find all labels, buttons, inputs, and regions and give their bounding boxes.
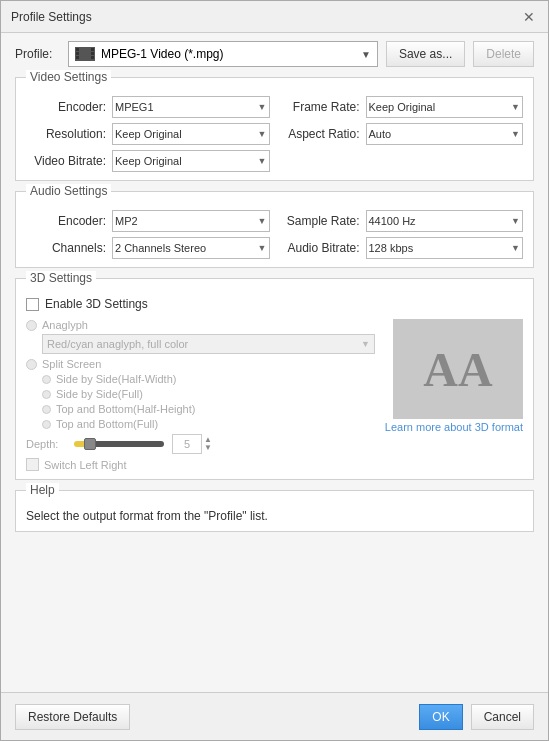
top-bottom-full-radio[interactable] bbox=[42, 420, 51, 429]
sample-rate-arrow: ▼ bbox=[511, 216, 520, 226]
sample-rate-value: 44100 Hz bbox=[369, 215, 416, 227]
split-screen-row: Split Screen bbox=[26, 358, 375, 370]
profile-select-value: MPEG-1 Video (*.mpg) bbox=[101, 47, 224, 61]
channels-arrow: ▼ bbox=[258, 243, 267, 253]
audio-bitrate-arrow: ▼ bbox=[511, 243, 520, 253]
svg-rect-4 bbox=[91, 48, 94, 51]
top-bottom-half-row: Top and Bottom(Half-Height) bbox=[42, 403, 375, 415]
frame-rate-value: Keep Original bbox=[369, 101, 436, 113]
ok-button[interactable]: OK bbox=[419, 704, 462, 730]
anaglyph-select: Red/cyan anaglyph, full color ▼ bbox=[42, 334, 375, 354]
resolution-row: Resolution: Keep Original ▼ bbox=[26, 123, 270, 145]
side-full-label: Side by Side(Full) bbox=[56, 388, 143, 400]
frame-rate-label: Frame Rate: bbox=[280, 100, 360, 114]
side-full-radio[interactable] bbox=[42, 390, 51, 399]
video-bitrate-arrow: ▼ bbox=[258, 156, 267, 166]
audio-bitrate-row: Audio Bitrate: 128 kbps ▼ bbox=[280, 237, 524, 259]
side-half-label: Side by Side(Half-Width) bbox=[56, 373, 176, 385]
enable-3d-label: Enable 3D Settings bbox=[45, 297, 148, 311]
channels-value: 2 Channels Stereo bbox=[115, 242, 206, 254]
channels-select[interactable]: 2 Channels Stereo ▼ bbox=[112, 237, 270, 259]
profile-label: Profile: bbox=[15, 47, 60, 61]
profile-row: Profile: MPEG-1 Video bbox=[15, 41, 534, 67]
frame-rate-arrow: ▼ bbox=[511, 102, 520, 112]
depth-spinner: ▲ ▼ bbox=[204, 436, 212, 452]
resolution-arrow: ▼ bbox=[258, 129, 267, 139]
audio-left-col: Encoder: MP2 ▼ Channels: 2 Channels Ster… bbox=[26, 210, 270, 259]
split-screen-radio[interactable] bbox=[26, 359, 37, 370]
sample-rate-select[interactable]: 44100 Hz ▼ bbox=[366, 210, 524, 232]
audio-encoder-value: MP2 bbox=[115, 215, 138, 227]
encoder-arrow: ▼ bbox=[258, 102, 267, 112]
encoder-row: Encoder: MPEG1 ▼ bbox=[26, 96, 270, 118]
channels-label: Channels: bbox=[26, 241, 106, 255]
profile-select[interactable]: MPEG-1 Video (*.mpg) ▼ bbox=[68, 41, 378, 67]
3d-settings-section: 3D Settings Enable 3D Settings Anaglyph … bbox=[15, 278, 534, 480]
cancel-button[interactable]: Cancel bbox=[471, 704, 534, 730]
side-half-radio[interactable] bbox=[42, 375, 51, 384]
delete-button[interactable]: Delete bbox=[473, 41, 534, 67]
depth-input[interactable] bbox=[172, 434, 202, 454]
anaglyph-radio[interactable] bbox=[26, 320, 37, 331]
aspect-ratio-row: Aspect Ratio: Auto ▼ bbox=[280, 123, 524, 145]
depth-slider-track[interactable] bbox=[74, 441, 164, 447]
depth-value-group: ▲ ▼ bbox=[172, 434, 212, 454]
encoder-select[interactable]: MPEG1 ▼ bbox=[112, 96, 270, 118]
save-as-button[interactable]: Save as... bbox=[386, 41, 465, 67]
audio-encoder-row: Encoder: MP2 ▼ bbox=[26, 210, 270, 232]
film-icon bbox=[75, 47, 95, 61]
restore-defaults-button[interactable]: Restore Defaults bbox=[15, 704, 130, 730]
3d-preview-col: AA Learn more about 3D format bbox=[385, 319, 523, 471]
audio-bitrate-select[interactable]: 128 kbps ▼ bbox=[366, 237, 524, 259]
dialog-title: Profile Settings bbox=[11, 10, 92, 24]
title-bar: Profile Settings ✕ bbox=[1, 1, 548, 33]
aspect-ratio-arrow: ▼ bbox=[511, 129, 520, 139]
video-bitrate-label: Video Bitrate: bbox=[26, 154, 106, 168]
footer-right-buttons: OK Cancel bbox=[419, 704, 534, 730]
video-bitrate-value: Keep Original bbox=[115, 155, 182, 167]
top-bottom-half-label: Top and Bottom(Half-Height) bbox=[56, 403, 195, 415]
top-bottom-full-row: Top and Bottom(Full) bbox=[42, 418, 375, 430]
frame-rate-select[interactable]: Keep Original ▼ bbox=[366, 96, 524, 118]
dialog-footer: Restore Defaults OK Cancel bbox=[1, 692, 548, 740]
depth-slider-thumb[interactable] bbox=[84, 438, 96, 450]
depth-row: Depth: ▲ ▼ bbox=[26, 434, 375, 454]
depth-down-arrow[interactable]: ▼ bbox=[204, 444, 212, 452]
video-settings-title: Video Settings bbox=[26, 70, 111, 84]
3d-settings-title: 3D Settings bbox=[26, 271, 96, 285]
audio-encoder-select[interactable]: MP2 ▼ bbox=[112, 210, 270, 232]
enable-3d-row: Enable 3D Settings bbox=[26, 297, 523, 311]
3d-options: Anaglyph Red/cyan anaglyph, full color ▼… bbox=[26, 319, 375, 471]
channels-row: Channels: 2 Channels Stereo ▼ bbox=[26, 237, 270, 259]
svg-rect-5 bbox=[91, 52, 94, 55]
sample-rate-label: Sample Rate: bbox=[280, 214, 360, 228]
learn-more-link[interactable]: Learn more about 3D format bbox=[385, 421, 523, 433]
video-right-col: Frame Rate: Keep Original ▼ Aspect Ratio… bbox=[280, 96, 524, 172]
anaglyph-label: Anaglyph bbox=[42, 319, 88, 331]
help-section: Help Select the output format from the "… bbox=[15, 490, 534, 532]
svg-rect-6 bbox=[91, 56, 94, 59]
anaglyph-row: Anaglyph bbox=[26, 319, 375, 331]
audio-bitrate-label: Audio Bitrate: bbox=[280, 241, 360, 255]
help-text: Select the output format from the "Profi… bbox=[26, 509, 523, 523]
3d-layout: Anaglyph Red/cyan anaglyph, full color ▼… bbox=[26, 319, 523, 471]
depth-label: Depth: bbox=[26, 438, 66, 450]
split-screen-label: Split Screen bbox=[42, 358, 101, 370]
anaglyph-arrow: ▼ bbox=[361, 339, 370, 349]
enable-3d-checkbox[interactable] bbox=[26, 298, 39, 311]
svg-rect-2 bbox=[76, 52, 79, 55]
top-bottom-full-label: Top and Bottom(Full) bbox=[56, 418, 158, 430]
top-bottom-half-radio[interactable] bbox=[42, 405, 51, 414]
resolution-select[interactable]: Keep Original ▼ bbox=[112, 123, 270, 145]
frame-rate-row: Frame Rate: Keep Original ▼ bbox=[280, 96, 524, 118]
resolution-value: Keep Original bbox=[115, 128, 182, 140]
video-bitrate-select[interactable]: Keep Original ▼ bbox=[112, 150, 270, 172]
profile-dropdown-arrow: ▼ bbox=[361, 49, 371, 60]
3d-preview-text: AA bbox=[423, 342, 492, 397]
aspect-ratio-label: Aspect Ratio: bbox=[280, 127, 360, 141]
side-full-row: Side by Side(Full) bbox=[42, 388, 375, 400]
audio-settings-section: Audio Settings Encoder: MP2 ▼ Channels: bbox=[15, 191, 534, 268]
aspect-ratio-select[interactable]: Auto ▼ bbox=[366, 123, 524, 145]
close-button[interactable]: ✕ bbox=[520, 8, 538, 26]
switch-checkbox[interactable] bbox=[26, 458, 39, 471]
